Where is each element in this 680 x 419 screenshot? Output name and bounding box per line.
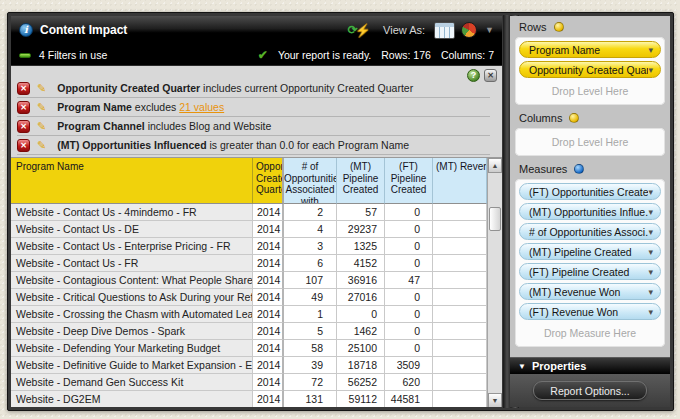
edit-filter-icon[interactable] [37, 101, 46, 114]
table-scrollbar[interactable]: ▲ ▼ [487, 158, 502, 407]
measures-drop-zone[interactable]: (FT) Opportunities Created (MT) Opportun… [515, 179, 665, 347]
cell-quarter: 2014 [253, 238, 284, 255]
column-header-opportunity-created-quarter[interactable]: Opportunity Created Quarter [253, 158, 284, 204]
chevron-down-icon[interactable] [648, 267, 653, 277]
cell-mt-pipeline: 1462 [337, 323, 385, 340]
columns-drop-zone[interactable]: Drop Level Here [515, 128, 665, 156]
row-dimension-pill[interactable]: Program Name [519, 41, 661, 58]
measure-pill[interactable]: (FT) Pipeline Created [519, 263, 661, 280]
chevron-down-icon[interactable] [648, 187, 653, 197]
cell-mt-pipeline: 57 [337, 204, 385, 221]
scrollbar-thumb[interactable] [489, 207, 501, 231]
table-row[interactable]: Website - Crossing the Chasm with Automa… [11, 306, 487, 323]
properties-body: Report Options... [510, 374, 670, 407]
measure-pill[interactable]: (MT) Pipeline Created [519, 243, 661, 260]
delete-filter-icon[interactable] [17, 139, 30, 152]
cell-quarter: 2014 [253, 357, 284, 374]
table-row[interactable]: Website - Critical Questions to Ask Duri… [11, 289, 487, 306]
cell-ft-pipeline: 620 [385, 374, 433, 391]
chevron-down-icon[interactable] [648, 247, 653, 257]
cell-ft-pipeline: 0 [385, 204, 433, 221]
chevron-down-icon[interactable] [648, 307, 653, 317]
cell-program-name: Website - Contact Us - 4mindemo - FR [11, 204, 253, 221]
table-row[interactable]: Website - DG2EM 2014 131 59112 44581 [11, 391, 487, 407]
cell-ft-pipeline: 0 [385, 323, 433, 340]
cell-mt-revenue [433, 289, 487, 306]
lightning-bolt-icon[interactable]: ⚡ [355, 23, 371, 38]
scrollbar-track[interactable] [488, 173, 502, 393]
delete-filter-icon[interactable] [17, 120, 30, 133]
report-options-button[interactable]: Report Options... [533, 381, 647, 400]
delete-filter-icon[interactable] [17, 101, 30, 114]
collapse-filters-icon[interactable] [19, 53, 31, 58]
properties-header[interactable]: ▼ Properties [510, 357, 670, 374]
column-header-ft-pipeline-created[interactable]: (FT) Pipeline Created [385, 158, 433, 204]
pill-label: Opportunity Created Quar... [529, 64, 648, 76]
cell-program-name: Website - Contact Us - Enterprise Pricin… [11, 238, 253, 255]
edit-filter-icon[interactable] [37, 82, 46, 95]
measure-pill[interactable]: (FT) Opportunities Created [519, 183, 661, 200]
cell-mt-pipeline: 0 [337, 306, 385, 323]
rows-count: Rows: 176 [381, 49, 431, 61]
cell-ft-pipeline: 47 [385, 272, 433, 289]
column-header-mt-pipeline-created[interactable]: (MT) Pipeline Created [337, 158, 385, 204]
close-icon[interactable]: ✕ [484, 69, 497, 82]
edit-filter-icon[interactable] [37, 120, 46, 133]
pill-label: # of Opportunities Associ... [529, 226, 648, 238]
measure-pill[interactable]: (MT) Revenue Won [519, 283, 661, 300]
check-icon: ✔ [258, 48, 268, 62]
help-icon[interactable]: ? [467, 69, 480, 82]
measure-pill[interactable]: (FT) Revenue Won [519, 303, 661, 320]
cell-mt-pipeline: 29237 [337, 221, 385, 238]
cell-ft-pipeline: 0 [385, 238, 433, 255]
cell-num-opportunities: 1 [284, 306, 337, 323]
row-dimension-pill[interactable]: Opportunity Created Quar... [519, 61, 661, 78]
cell-num-opportunities: 58 [284, 340, 337, 357]
scroll-down-icon[interactable]: ▼ [488, 393, 502, 407]
cell-quarter: 2014 [253, 289, 284, 306]
column-header-program-name[interactable]: Program Name [11, 158, 253, 204]
table-row[interactable]: Website - Contact Us - 4mindemo - FR 201… [11, 204, 487, 221]
title-bar: i Content Impact ⟳ ⚡ View As: ▼ [11, 16, 502, 45]
table-row[interactable]: Website - Defending Your Marketing Budge… [11, 340, 487, 357]
cell-mt-revenue [433, 391, 487, 407]
report-title: Content Impact [40, 23, 127, 37]
table-row[interactable]: Website - Demand Gen Success Kit 2014 72… [11, 374, 487, 391]
table-row[interactable]: Website - Deep Dive Demos - Spark 2014 5… [11, 323, 487, 340]
chevron-down-icon[interactable] [648, 207, 653, 217]
column-header-mt-revenue-won[interactable]: (MT) Revenue Won [433, 158, 487, 204]
edit-filter-icon[interactable] [37, 139, 46, 152]
cell-num-opportunities: 131 [284, 391, 337, 407]
measures-label-text: Measures [519, 163, 567, 175]
chevron-down-icon[interactable] [648, 45, 653, 55]
view-as-chart-icon[interactable] [461, 22, 477, 38]
cell-quarter: 2014 [253, 323, 284, 340]
chevron-down-icon[interactable] [648, 65, 653, 75]
rows-drop-zone[interactable]: Program Name Opportunity Created Quar...… [515, 37, 665, 105]
table-row[interactable]: Website - Contact Us - FR 2014 6 4152 0 [11, 255, 487, 272]
filter-field-name: (MT) Opportunities Influenced [57, 139, 206, 151]
pill-label: (FT) Opportunities Created [529, 186, 648, 198]
chevron-down-icon[interactable] [648, 287, 653, 297]
delete-filter-icon[interactable] [17, 82, 30, 95]
cell-num-opportunities: 6 [284, 255, 337, 272]
table-row[interactable]: Website - Definitive Guide to Market Exp… [11, 357, 487, 374]
chevron-down-icon[interactable] [648, 227, 653, 237]
view-as-grid-icon[interactable] [434, 22, 455, 39]
table-row[interactable]: Website - Contagious Content: What Peopl… [11, 272, 487, 289]
table-row[interactable]: Website - Contact Us - Enterprise Pricin… [11, 238, 487, 255]
report-ready-message: Your report is ready. [278, 49, 371, 61]
measure-pill[interactable]: # of Opportunities Associ... [519, 223, 661, 240]
row-pill-list: Program Name Opportunity Created Quar... [519, 41, 661, 78]
filter-row: (MT) Opportunities Influenced is greater… [17, 136, 490, 155]
filter-field-name: Program Channel [57, 120, 145, 132]
filter-text: (MT) Opportunities Influenced is greater… [57, 139, 409, 151]
chevron-down-icon[interactable]: ▼ [485, 25, 494, 35]
filter-values-link[interactable]: 21 values [179, 101, 224, 113]
cell-ft-pipeline: 0 [385, 306, 433, 323]
table-row[interactable]: Website - Contact Us - DE 2014 4 29237 0 [11, 221, 487, 238]
measure-pill[interactable]: (MT) Opportunities Influe... [519, 203, 661, 220]
info-icon[interactable]: i [19, 23, 33, 37]
scroll-up-icon[interactable]: ▲ [488, 158, 502, 173]
column-header-num-opportunities[interactable]: # of Opportunities Associated with Progr… [284, 158, 337, 204]
